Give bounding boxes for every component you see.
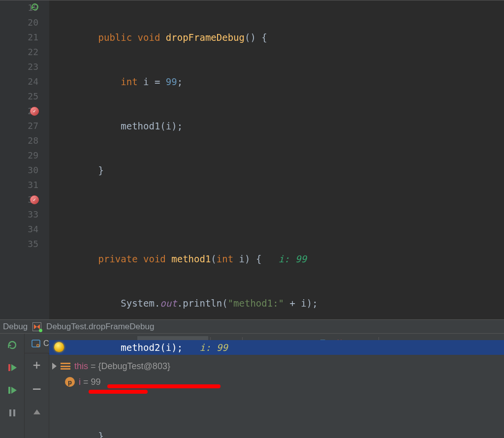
console-icon [32, 339, 40, 348]
variables-body: + − this = {DebugTest@803} p i = 99 [25, 353, 504, 438]
execution-point-icon[interactable] [32, 322, 41, 331]
gutter-line[interactable]: 30 [0, 163, 38, 178]
debug-left-toolbar [0, 334, 25, 438]
add-watch-button[interactable]: + [31, 358, 43, 371]
gutter-line[interactable]: 22 [0, 45, 38, 60]
variable-this[interactable]: this = {DebugTest@803} [52, 358, 501, 374]
svg-rect-0 [8, 364, 10, 371]
variable-i[interactable]: p i = 99 [52, 374, 501, 390]
breakpoint-icon[interactable] [30, 195, 39, 204]
gutter-line[interactable]: 29 [0, 148, 38, 163]
rerun-icon[interactable] [31, 2, 39, 11]
gutter-line[interactable]: 34 [0, 222, 38, 237]
svg-rect-3 [13, 409, 15, 416]
resume-button[interactable] [6, 361, 19, 374]
intention-bulb-icon[interactable] [54, 342, 64, 352]
primitive-icon: p [65, 377, 75, 387]
editor-area: 19 20 21 22 23 24 25 26 27 28 29 30 31 3… [0, 0, 504, 319]
debug-label: Debug [3, 322, 28, 332]
gutter-line[interactable]: 25 [0, 89, 38, 104]
variables-tree[interactable]: this = {DebugTest@803} p i = 99 [49, 353, 504, 438]
move-up-button[interactable] [31, 406, 43, 418]
rerun-button[interactable] [6, 339, 19, 351]
gutter-line[interactable]: 24 [0, 74, 38, 89]
object-icon [61, 363, 70, 370]
breakpoint-icon[interactable] [30, 107, 39, 116]
code-editor[interactable]: public void dropFrameDebug() { int i = 9… [49, 0, 504, 319]
variables-toolbar: + − [25, 353, 49, 438]
remove-watch-button[interactable]: − [31, 382, 43, 395]
execution-line[interactable]: method2(i); i: 99 [49, 340, 504, 355]
svg-rect-1 [8, 387, 10, 394]
svg-rect-2 [9, 409, 11, 416]
run-button[interactable] [6, 384, 19, 397]
gutter-line[interactable]: 19 [0, 0, 38, 15]
annotation-underline [89, 390, 148, 394]
expand-icon[interactable] [52, 363, 57, 370]
gutter-line[interactable]: 20 [0, 15, 38, 30]
gutter-line[interactable]: 23 [0, 60, 38, 74]
gutter-line[interactable]: 32 [0, 192, 38, 207]
gutter-line[interactable]: 35 [0, 237, 38, 251]
gutter-line[interactable]: 28 [0, 133, 38, 148]
gutter-line[interactable]: 31 [0, 178, 38, 192]
gutter-line[interactable]: 21 [0, 30, 38, 45]
gutter-line[interactable]: 26 [0, 104, 38, 119]
pause-button[interactable] [6, 407, 19, 419]
gutter-line[interactable]: 33 [0, 207, 38, 222]
gutter-line[interactable]: 27 [0, 119, 38, 133]
gutter: 19 20 21 22 23 24 25 26 27 28 29 30 31 3… [0, 0, 49, 319]
